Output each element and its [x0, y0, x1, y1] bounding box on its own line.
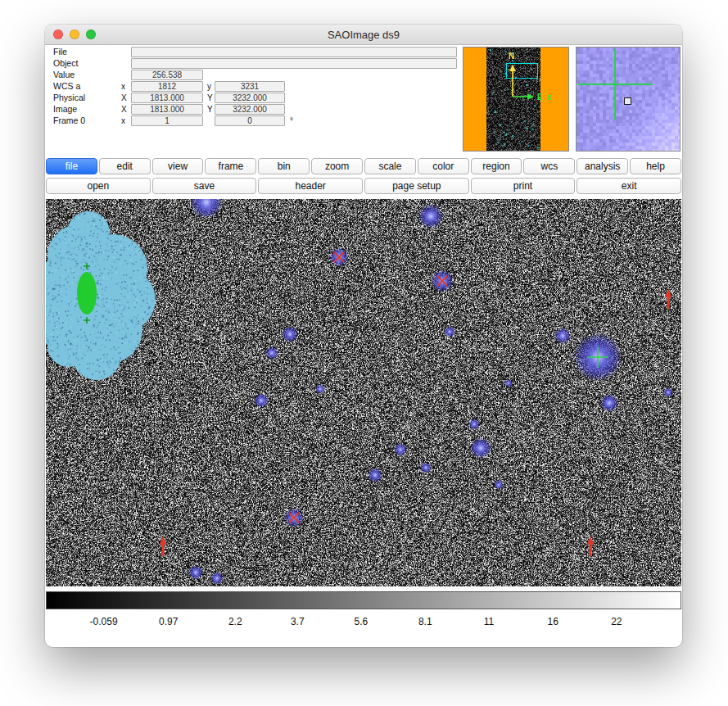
- frame-rotation-field[interactable]: [215, 115, 285, 126]
- physical-x-label: X: [121, 93, 127, 103]
- object-field[interactable]: [131, 58, 457, 69]
- degree-symbol: °: [290, 115, 293, 126]
- colorbar-tick: 2.2: [228, 616, 242, 627]
- close-icon[interactable]: [53, 29, 63, 39]
- physical-y-label: Y: [207, 93, 213, 103]
- image-label: Image: [53, 104, 77, 115]
- menu-file[interactable]: file: [46, 158, 97, 174]
- frame-x-field[interactable]: [131, 115, 203, 126]
- colorbar-tick: 16: [548, 616, 558, 627]
- colorbar-tick: 11: [484, 616, 494, 627]
- maximize-icon[interactable]: [86, 29, 96, 39]
- wcs-label: WCS a: [53, 81, 80, 92]
- info-panel: File Object Value WCS a x y Physical X Y…: [45, 45, 682, 158]
- image-x-field[interactable]: [131, 104, 203, 115]
- menu-scale[interactable]: scale: [364, 158, 416, 174]
- menu-help[interactable]: help: [630, 158, 681, 174]
- image-y-field[interactable]: [215, 104, 285, 115]
- open-button[interactable]: open: [46, 178, 151, 194]
- physical-y-field[interactable]: [215, 93, 285, 103]
- save-button[interactable]: save: [152, 178, 257, 194]
- wcs-y-field[interactable]: [215, 81, 285, 92]
- menu-bin[interactable]: bin: [258, 158, 310, 174]
- minimize-icon[interactable]: [70, 29, 79, 39]
- print-button[interactable]: print: [471, 178, 576, 194]
- exit-button[interactable]: exit: [577, 178, 681, 194]
- traffic-lights: [53, 29, 96, 39]
- image-y-label: Y: [207, 104, 213, 115]
- menu-zoom[interactable]: zoom: [311, 158, 363, 174]
- image-x-label: X: [121, 104, 127, 115]
- frame-label: Frame 0: [53, 115, 85, 126]
- menu-color[interactable]: color: [418, 158, 469, 174]
- colorbar-ticks: -0.059 0.97 2.2 3.7 5.6 8.1 11 16 22: [46, 616, 681, 631]
- title-bar[interactable]: SAOImage ds9: [45, 25, 682, 45]
- value-field[interactable]: [131, 70, 203, 80]
- ds9-window: SAOImage ds9 File Object Value WCS a x y…: [45, 25, 682, 647]
- panner-canvas[interactable]: [463, 48, 568, 151]
- file-label: File: [53, 47, 67, 57]
- magnifier-canvas: [577, 48, 680, 151]
- physical-label: Physical: [53, 93, 85, 103]
- panner[interactable]: [463, 47, 569, 152]
- colorbar-tick: 22: [611, 616, 622, 627]
- colorbar-tick: 8.1: [418, 616, 432, 627]
- frame-x-label: x: [121, 115, 125, 126]
- menu-analysis[interactable]: analysis: [577, 158, 628, 174]
- colorbar-tick: 5.6: [355, 616, 369, 627]
- file-submenu: open save header page setup print exit: [46, 178, 681, 194]
- physical-x-field[interactable]: [131, 93, 203, 103]
- menu-wcs[interactable]: wcs: [523, 158, 575, 174]
- colorbar-tick: 3.7: [291, 616, 305, 627]
- object-label: Object: [53, 58, 78, 69]
- colorbar-tick: 0.97: [159, 616, 178, 627]
- menu-frame[interactable]: frame: [205, 158, 256, 174]
- header-button[interactable]: header: [258, 178, 363, 194]
- menu-bar: file edit view frame bin zoom scale colo…: [46, 158, 681, 174]
- wcs-x-field[interactable]: [131, 81, 203, 92]
- page-setup-button[interactable]: page setup: [364, 178, 469, 194]
- menu-edit[interactable]: edit: [99, 158, 151, 174]
- value-label: Value: [53, 70, 75, 80]
- colorbar-tick: -0.059: [90, 616, 118, 627]
- menu-region[interactable]: region: [471, 158, 522, 174]
- window-title: SAOImage ds9: [328, 29, 400, 41]
- magnifier: [576, 47, 681, 152]
- colorbar[interactable]: [46, 591, 681, 609]
- menu-view[interactable]: view: [152, 158, 204, 174]
- wcs-y-label: y: [207, 81, 211, 92]
- file-field[interactable]: [131, 47, 457, 57]
- image-display[interactable]: [46, 199, 681, 586]
- sky-image[interactable]: [46, 199, 681, 586]
- wcs-x-label: x: [121, 81, 125, 92]
